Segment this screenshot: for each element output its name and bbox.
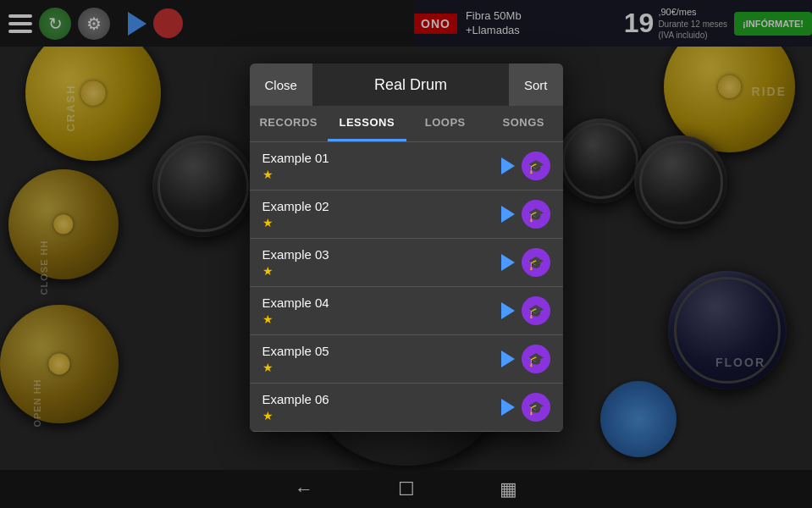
- close-button[interactable]: Close: [250, 64, 312, 106]
- tab-songs[interactable]: SONGS: [484, 106, 563, 141]
- lesson-list: Example 01 ★ 🎓 Example 02 ★ 🎓 Example 03…: [250, 142, 563, 432]
- lesson-button[interactable]: 🎓: [522, 152, 550, 180]
- list-item-info: Example 01 ★: [262, 151, 501, 181]
- list-item-star: ★: [262, 361, 501, 374]
- list-item[interactable]: Example 01 ★ 🎓: [250, 142, 563, 190]
- tab-loops[interactable]: LOOPS: [406, 106, 485, 141]
- list-item-star: ★: [262, 409, 501, 422]
- list-item-star: ★: [262, 264, 501, 278]
- modal-title: Real Drum: [312, 76, 509, 94]
- list-item-info: Example 06 ★: [262, 392, 501, 422]
- list-item[interactable]: Example 02 ★ 🎓: [250, 190, 563, 239]
- back-button[interactable]: ←: [295, 478, 313, 500]
- list-item[interactable]: Example 04 ★ 🎓: [250, 287, 563, 335]
- play-lesson-button[interactable]: [501, 399, 515, 416]
- list-item-star: ★: [262, 216, 501, 229]
- tab-lessons[interactable]: LESSONS: [328, 106, 406, 141]
- list-item-star: ★: [262, 168, 501, 181]
- list-item-info: Example 02 ★: [262, 199, 501, 229]
- list-item-actions: 🎓: [501, 393, 550, 422]
- modal-tabs: RECORDS LESSONS LOOPS SONGS: [250, 106, 563, 142]
- play-lesson-button[interactable]: [501, 351, 515, 367]
- home-button[interactable]: ☐: [398, 478, 415, 500]
- list-item[interactable]: Example 05 ★ 🎓: [250, 335, 563, 384]
- list-item-actions: 🎓: [501, 152, 550, 180]
- bottom-nav: ← ☐ ▦: [0, 470, 812, 508]
- lesson-button[interactable]: 🎓: [522, 393, 550, 422]
- play-lesson-button[interactable]: [501, 157, 515, 174]
- list-item-actions: 🎓: [501, 248, 550, 277]
- list-item-name: Example 05: [262, 344, 501, 358]
- tab-records[interactable]: RECORDS: [250, 106, 329, 141]
- list-item-actions: 🎓: [501, 200, 550, 229]
- modal-header: Close Real Drum Sort: [250, 64, 563, 106]
- list-item-star: ★: [262, 312, 501, 326]
- lesson-button[interactable]: 🎓: [522, 248, 550, 277]
- lesson-button[interactable]: 🎓: [522, 296, 550, 325]
- list-item-name: Example 01: [262, 151, 501, 165]
- play-lesson-button[interactable]: [501, 302, 515, 319]
- sort-button[interactable]: Sort: [509, 64, 563, 106]
- list-item-name: Example 06: [262, 392, 501, 406]
- modal-dialog: Close Real Drum Sort RECORDS LESSONS LOO…: [250, 64, 563, 432]
- recent-button[interactable]: ▦: [500, 478, 517, 500]
- list-item-name: Example 04: [262, 295, 501, 310]
- play-lesson-button[interactable]: [501, 254, 515, 271]
- list-item-info: Example 03 ★: [262, 247, 501, 278]
- list-item-info: Example 05 ★: [262, 344, 501, 374]
- list-item-info: Example 04 ★: [262, 295, 501, 326]
- play-lesson-button[interactable]: [501, 206, 515, 223]
- list-item[interactable]: Example 06 ★ 🎓: [250, 384, 563, 432]
- list-item-name: Example 03: [262, 247, 501, 262]
- lesson-button[interactable]: 🎓: [522, 200, 550, 229]
- list-item-actions: 🎓: [501, 296, 550, 325]
- lesson-button[interactable]: 🎓: [522, 345, 550, 373]
- list-item-name: Example 02: [262, 199, 501, 213]
- list-item-actions: 🎓: [501, 345, 550, 373]
- list-item[interactable]: Example 03 ★ 🎓: [250, 239, 563, 287]
- modal-overlay: Close Real Drum Sort RECORDS LESSONS LOO…: [0, 0, 812, 470]
